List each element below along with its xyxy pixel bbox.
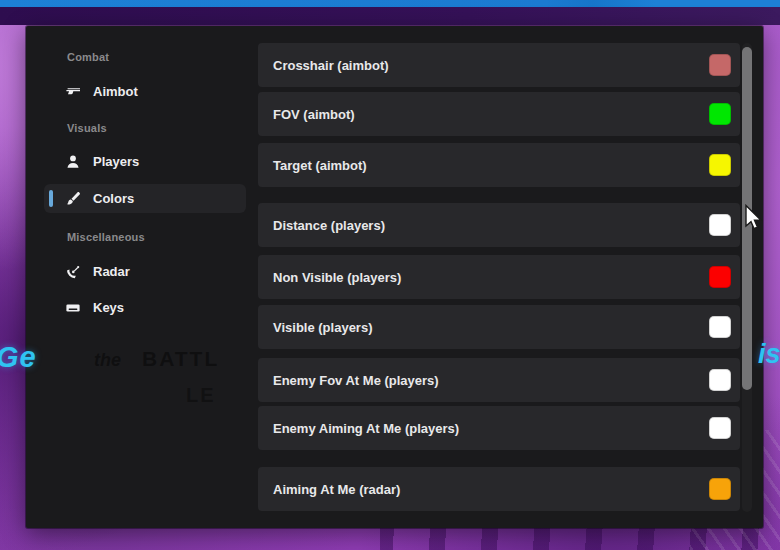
color-swatch[interactable] <box>709 214 731 236</box>
color-setting-label: Enemy Aiming At Me (players) <box>273 421 459 436</box>
sidebar-section-label: Visuals <box>67 121 107 135</box>
sidebar-item-label: Keys <box>93 300 124 315</box>
paintbrush-icon <box>65 191 81 207</box>
color-swatch[interactable] <box>709 103 731 125</box>
color-setting-row: Non Visible (players) <box>258 255 740 299</box>
color-swatch[interactable] <box>709 478 731 500</box>
color-swatch[interactable] <box>709 417 731 439</box>
color-setting-row: Distance (players) <box>258 203 740 247</box>
color-swatch[interactable] <box>709 266 731 288</box>
color-swatch[interactable] <box>709 154 731 176</box>
color-setting-row: Visible (players) <box>258 305 740 349</box>
color-setting-label: Distance (players) <box>273 218 385 233</box>
color-setting-label: Non Visible (players) <box>273 270 401 285</box>
sidebar-item-label: Aimbot <box>93 84 138 99</box>
color-setting-label: Visible (players) <box>273 320 372 335</box>
cheat-menu-panel: CombatAimbotVisualsPlayersColorsMiscella… <box>26 26 763 528</box>
color-setting-label: FOV (aimbot) <box>273 107 355 122</box>
sidebar-section-label: Combat <box>67 50 109 64</box>
sidebar-item-colors[interactable]: Colors <box>44 184 246 213</box>
scrollbar-thumb[interactable] <box>742 47 752 390</box>
color-setting-row: Crosshair (aimbot) <box>258 43 740 87</box>
color-setting-row: Aiming At Me (radar) <box>258 467 740 511</box>
sidebar-item-label: Radar <box>93 264 130 279</box>
sidebar-item-label: Colors <box>93 191 134 206</box>
selected-indicator-bar <box>49 190 53 207</box>
color-setting-row: Target (aimbot) <box>258 143 740 187</box>
color-setting-label: Aiming At Me (radar) <box>273 482 400 497</box>
sidebar-section-label: Miscellaneous <box>67 230 145 244</box>
color-setting-row: FOV (aimbot) <box>258 92 740 136</box>
color-setting-label: Enemy Fov At Me (players) <box>273 373 439 388</box>
sidebar-item-aimbot[interactable]: Aimbot <box>44 77 246 106</box>
person-icon <box>65 154 81 170</box>
color-swatch[interactable] <box>709 54 731 76</box>
color-setting-row: Enemy Aiming At Me (players) <box>258 406 740 450</box>
window-title-bar <box>0 7 780 25</box>
color-setting-label: Crosshair (aimbot) <box>273 58 389 73</box>
sidebar-item-label: Players <box>93 154 139 169</box>
color-swatch[interactable] <box>709 316 731 338</box>
sidebar-item-players[interactable]: Players <box>44 147 246 176</box>
keyboard-icon <box>65 300 81 316</box>
sidebar-item-radar[interactable]: Radar <box>44 257 246 286</box>
radar-icon <box>65 264 81 280</box>
color-swatch[interactable] <box>709 369 731 391</box>
color-setting-row: Enemy Fov At Me (players) <box>258 358 740 402</box>
gun-icon <box>65 84 81 100</box>
sidebar-item-keys[interactable]: Keys <box>44 293 246 322</box>
color-setting-label: Target (aimbot) <box>273 158 367 173</box>
browser-top-bar <box>0 0 780 7</box>
